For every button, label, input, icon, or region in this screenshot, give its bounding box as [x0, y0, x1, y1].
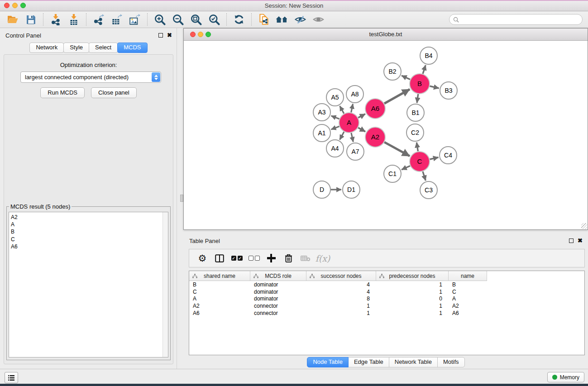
graph-node-A8[interactable]: A8 [346, 86, 363, 103]
table-row[interactable]: Adominator80A [189, 295, 584, 302]
column-header-name[interactable]: name [449, 271, 487, 281]
close-panel-icon[interactable]: ✖ [578, 238, 583, 243]
mcds-result-item[interactable]: A2 [11, 214, 161, 221]
optimization-criterion-select[interactable]: largest connected component (directed) [20, 71, 161, 83]
table-row[interactable]: Bdominator41B [189, 281, 584, 288]
run-mcds-button[interactable]: Run MCDS [40, 87, 85, 98]
zoom-fit-icon[interactable] [187, 12, 205, 27]
tab-style[interactable]: Style [63, 43, 89, 53]
mcds-result-item[interactable]: B [11, 228, 161, 235]
tab-node-table[interactable]: Node Table [307, 357, 349, 367]
tab-network[interactable]: Network [29, 43, 64, 53]
table-row[interactable]: A6connector11A6 [189, 310, 584, 317]
graph-node-C4[interactable]: C4 [440, 147, 457, 164]
table-row[interactable]: A2connector11A2 [189, 302, 584, 310]
graph-node-A[interactable]: A [339, 113, 359, 133]
search-input[interactable] [459, 14, 582, 24]
zoom-window-button[interactable] [206, 32, 211, 37]
window-resize-grip[interactable] [581, 223, 587, 229]
graph-node-A7[interactable]: A7 [347, 143, 364, 160]
tab-mcds[interactable]: MCDS [117, 43, 147, 53]
graph-edge-A-A2[interactable] [358, 128, 365, 132]
graph-node-B[interactable]: B [410, 74, 430, 94]
show-eye-icon[interactable] [309, 12, 327, 27]
mcds-result-list[interactable]: A2ABCA6 [9, 212, 168, 357]
list-scrollbar[interactable] [163, 212, 168, 357]
table-row[interactable]: Cdominator41C [189, 288, 584, 295]
close-panel-button[interactable]: Close panel [91, 87, 137, 98]
panel-splitter-handle[interactable] [180, 195, 183, 202]
export-network-icon[interactable] [90, 12, 108, 27]
column-header-predecessor-nodes[interactable]: predecessor nodes [376, 271, 449, 281]
zoom-window-button[interactable] [20, 3, 26, 8]
graph-node-A3[interactable]: A3 [313, 104, 330, 121]
graph-node-C2[interactable]: C2 [406, 124, 424, 141]
graph-node-B3[interactable]: B3 [440, 82, 457, 99]
close-window-button[interactable] [190, 32, 196, 37]
home-layouts-icon[interactable] [273, 12, 291, 27]
zoom-in-icon[interactable] [151, 12, 169, 27]
float-panel-icon[interactable] [158, 33, 163, 38]
close-window-button[interactable] [4, 3, 10, 8]
graph-edge-A-A5[interactable] [340, 106, 344, 114]
graph-node-D1[interactable]: D1 [343, 181, 360, 198]
minimize-window-button[interactable] [12, 3, 18, 8]
graph-node-A4[interactable]: A4 [326, 140, 344, 157]
column-header-successor-nodes[interactable]: successor nodes [306, 271, 376, 281]
open-folder-icon[interactable] [4, 12, 22, 27]
import-network-icon[interactable] [47, 12, 65, 27]
graph-node-A1[interactable]: A1 [313, 124, 330, 142]
toolbar-search-box[interactable] [449, 14, 583, 25]
graph-edge-A2-C[interactable] [384, 142, 410, 156]
graph-node-C1[interactable]: C1 [384, 165, 401, 182]
graph-edge-C-C2[interactable] [416, 143, 418, 152]
mcds-result-item[interactable]: A6 [11, 243, 161, 250]
network-window-titlebar[interactable]: testGlobe.txt [184, 29, 588, 41]
graph-edge-A-A7[interactable] [351, 133, 353, 142]
graph-edge-A-A8[interactable] [351, 104, 353, 113]
close-panel-icon[interactable]: ✖ [167, 33, 172, 38]
graph-edge-A-A6[interactable] [358, 114, 365, 118]
graph-node-B1[interactable]: B1 [407, 104, 424, 121]
tab-select[interactable]: Select [89, 43, 118, 53]
float-panel-icon[interactable] [569, 238, 574, 243]
copy-network-icon[interactable] [255, 12, 273, 27]
mcds-result-item[interactable]: A [11, 221, 161, 228]
task-history-button[interactable] [5, 372, 18, 383]
import-table-icon[interactable] [65, 12, 83, 27]
graph-edge-C-C1[interactable] [402, 166, 410, 170]
add-column-icon[interactable] [263, 254, 280, 262]
deselect-all-checkboxes-icon[interactable] [245, 256, 263, 261]
save-session-icon[interactable] [22, 12, 40, 27]
graph-node-A6[interactable]: A6 [365, 99, 385, 119]
graph-edge-C-C4[interactable] [430, 157, 438, 159]
graph-node-B2[interactable]: B2 [384, 63, 401, 80]
export-table-icon[interactable] [108, 12, 126, 27]
graph-edge-A-A1[interactable] [331, 126, 339, 129]
graph-node-A2[interactable]: A2 [365, 127, 385, 147]
graph-edge-A-A3[interactable] [331, 116, 339, 119]
graph-edge-C-C3[interactable] [423, 172, 425, 181]
graph-node-C3[interactable]: C3 [420, 181, 437, 199]
graph-edge-A6-B[interactable] [384, 89, 410, 104]
graph-edge-B-B1[interactable] [417, 94, 418, 103]
column-header-shared-name[interactable]: shared name [189, 271, 250, 281]
minimize-window-button[interactable] [198, 32, 203, 37]
tab-network-table[interactable]: Network Table [389, 357, 438, 367]
memory-button[interactable]: Memory [547, 372, 584, 382]
graph-edge-B-B3[interactable] [430, 86, 439, 88]
graph-node-A5[interactable]: A5 [326, 89, 344, 106]
delete-column-icon[interactable] [280, 254, 297, 263]
network-canvas[interactable]: AA1A2A3A4A5A6A7A8BB1B2B3B4CC1C2C3C4DD1 [184, 41, 588, 229]
gear-icon[interactable]: ⚙ [194, 254, 211, 263]
graph-node-B4[interactable]: B4 [420, 47, 437, 64]
select-all-checkboxes-icon[interactable]: ✓✓ [228, 256, 245, 261]
column-header-MCDS-role[interactable]: MCDS role [250, 271, 306, 281]
refresh-layout-icon[interactable] [230, 12, 248, 27]
graph-node-C[interactable]: C [410, 152, 430, 172]
node-table[interactable]: shared nameMCDS rolesuccessor nodesprede… [189, 271, 585, 355]
tab-motifs[interactable]: Motifs [437, 357, 465, 367]
mcds-result-item[interactable]: C [11, 236, 161, 243]
zoom-selected-icon[interactable] [205, 12, 223, 27]
tab-edge-table[interactable]: Edge Table [348, 357, 389, 367]
